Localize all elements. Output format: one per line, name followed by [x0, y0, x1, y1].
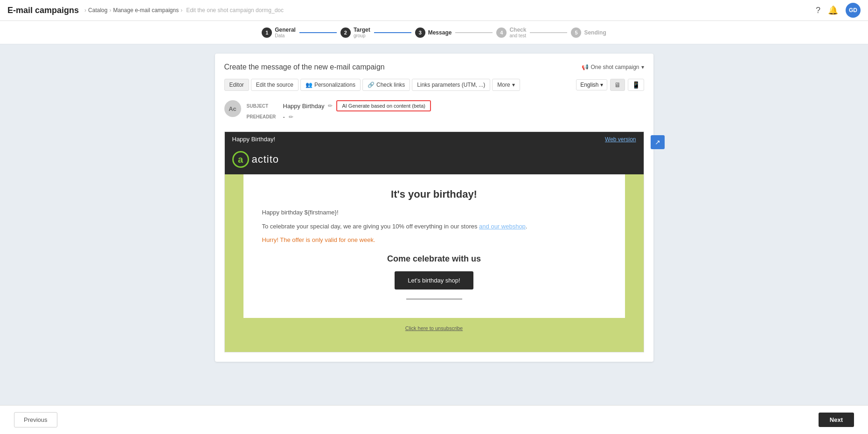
step-3[interactable]: 3 Message — [415, 28, 452, 38]
personalizations-icon: 👥 — [306, 82, 312, 88]
email-body: It's your birthday! Happy birthday ${fir… — [243, 174, 625, 318]
step-4[interactable]: 4 Check and test — [496, 27, 526, 38]
more-chevron-icon: ▾ — [512, 82, 515, 88]
more-button[interactable]: More ▾ — [492, 79, 520, 91]
subject-label: SUBJECT — [247, 103, 279, 109]
steps-bar: 1 General Data 2 Target group 3 Message … — [0, 21, 868, 44]
email-footer: Click here to unsubscribe — [225, 318, 644, 338]
step-2[interactable]: 2 Target group — [340, 27, 370, 38]
email-topbar: Happy Birthday! Web version — [225, 132, 644, 146]
avatar[interactable]: GD — [846, 3, 861, 18]
breadcrumb-arrow: › — [84, 7, 86, 14]
campaign-badge-label: One shot campaign — [590, 64, 639, 70]
megaphone-icon: 📢 — [582, 64, 589, 70]
email-subheading: Come celebrate with us — [262, 254, 606, 264]
help-icon[interactable]: ? — [816, 6, 820, 15]
step-5-circle: 5 — [571, 28, 581, 38]
email-preview: Happy Birthday! Web version a actito It'… — [224, 131, 644, 352]
step-3-label: Message — [428, 29, 452, 36]
bottom-nav: Previous Next — [0, 405, 868, 434]
top-nav-icons: ? 🔔 GD — [816, 3, 861, 18]
logo-container: a actito — [232, 151, 279, 168]
link-icon: 🔗 — [368, 82, 375, 88]
app-title: E-mail campaigns — [7, 6, 79, 15]
email-fields: SUBJECT Happy Birthday ✏ AI Generate bas… — [247, 100, 644, 122]
toolbar: Editor Edit the source 👥 Personalization… — [224, 79, 644, 91]
unsubscribe-link[interactable]: Click here to unsubscribe — [405, 325, 463, 331]
email-para-1: Happy birthday ${firstname}! — [262, 208, 606, 217]
preheader-value: - — [283, 113, 285, 120]
bell-icon[interactable]: 🔔 — [828, 5, 838, 15]
subject-row: SUBJECT Happy Birthday ✏ AI Generate bas… — [247, 100, 644, 111]
breadcrumb-current: Edit the one shot campaign dormg_doc — [186, 7, 284, 14]
preheader-edit-icon[interactable]: ✏ — [289, 114, 293, 120]
subject-value: Happy Birthday — [283, 103, 325, 110]
breadcrumb: › Catalog › Manage e-mail campaigns › Ed… — [83, 7, 285, 14]
step-3-circle: 3 — [415, 28, 425, 38]
step-line-4 — [530, 32, 567, 33]
logo-circle: a — [232, 151, 249, 168]
top-nav: E-mail campaigns › Catalog › Manage e-ma… — [0, 0, 868, 21]
desktop-view-button[interactable]: 🖥 — [610, 79, 625, 91]
external-link-button[interactable]: ↗ — [651, 135, 665, 149]
step-line-3 — [455, 32, 493, 33]
step-1[interactable]: 1 General Data — [262, 27, 296, 38]
preview-subject: Happy Birthday! — [232, 136, 276, 143]
step-5-label: Sending — [584, 29, 606, 36]
step-line-1 — [299, 32, 337, 33]
web-version-link[interactable]: Web version — [605, 136, 636, 143]
editor-button[interactable]: Editor — [224, 79, 249, 91]
mobile-icon: 📱 — [632, 81, 640, 89]
next-button[interactable]: Next — [819, 413, 854, 427]
ai-generate-button[interactable]: AI Generate based on content (beta) — [336, 100, 431, 111]
preheader-label: PREHEADER — [247, 114, 279, 119]
step-line-2 — [374, 32, 411, 33]
email-meta: Ac SUBJECT Happy Birthday ✏ AI Generate … — [224, 96, 644, 126]
step-1-label: General Data — [275, 27, 296, 38]
step-1-circle: 1 — [262, 28, 272, 38]
desktop-icon: 🖥 — [614, 81, 621, 89]
step-4-circle: 4 — [496, 28, 507, 38]
step-4-label: Check and test — [509, 27, 526, 38]
logo-text: actito — [252, 153, 279, 165]
main-content: Create the message of the new e-mail cam… — [201, 44, 667, 371]
email-logo-bar: a actito — [225, 146, 644, 174]
email-divider — [406, 299, 462, 299]
subject-edit-icon[interactable]: ✏ — [328, 103, 333, 109]
breadcrumb-manage[interactable]: Manage e-mail campaigns — [113, 7, 179, 14]
check-links-button[interactable]: 🔗 Check links — [362, 79, 410, 91]
email-cta-button[interactable]: Let's birthday shop! — [395, 271, 473, 289]
webshop-link[interactable]: and our webshop — [479, 223, 526, 230]
email-preview-container: Happy Birthday! Web version a actito It'… — [224, 131, 644, 352]
breadcrumb-catalog[interactable]: Catalog — [88, 7, 107, 14]
email-para-3: Hurry! The offer is only valid for one w… — [262, 235, 606, 245]
mobile-view-button[interactable]: 📱 — [628, 79, 644, 91]
personalizations-button[interactable]: 👥 Personalizations — [300, 79, 361, 91]
language-selector[interactable]: English ▾ — [576, 79, 607, 90]
sender-avatar: Ac — [224, 100, 241, 117]
previous-button[interactable]: Previous — [14, 412, 57, 427]
edit-source-button[interactable]: Edit the source — [251, 79, 299, 91]
links-params-button[interactable]: Links parameters (UTM, ...) — [412, 79, 490, 91]
step-2-circle: 2 — [340, 28, 351, 38]
step-5[interactable]: 5 Sending — [571, 28, 606, 38]
lang-chevron-icon: ▾ — [600, 82, 603, 88]
step-2-label: Target group — [354, 27, 370, 38]
email-heading: It's your birthday! — [262, 188, 606, 200]
external-link-icon: ↗ — [655, 138, 660, 146]
campaign-badge[interactable]: 📢 One shot campaign ▾ — [582, 64, 644, 70]
card-header: Create the message of the new e-mail cam… — [224, 63, 644, 71]
email-bottom-padding — [225, 338, 644, 352]
card-title: Create the message of the new e-mail cam… — [224, 63, 385, 71]
email-para-2: To celebrate your special day, we are gi… — [262, 222, 606, 231]
main-card: Create the message of the new e-mail cam… — [215, 54, 653, 362]
campaign-badge-chevron: ▾ — [641, 64, 644, 70]
preheader-row: PREHEADER - ✏ — [247, 113, 644, 120]
toolbar-right: English ▾ 🖥 📱 — [576, 79, 644, 91]
logo-letter: a — [238, 154, 243, 165]
